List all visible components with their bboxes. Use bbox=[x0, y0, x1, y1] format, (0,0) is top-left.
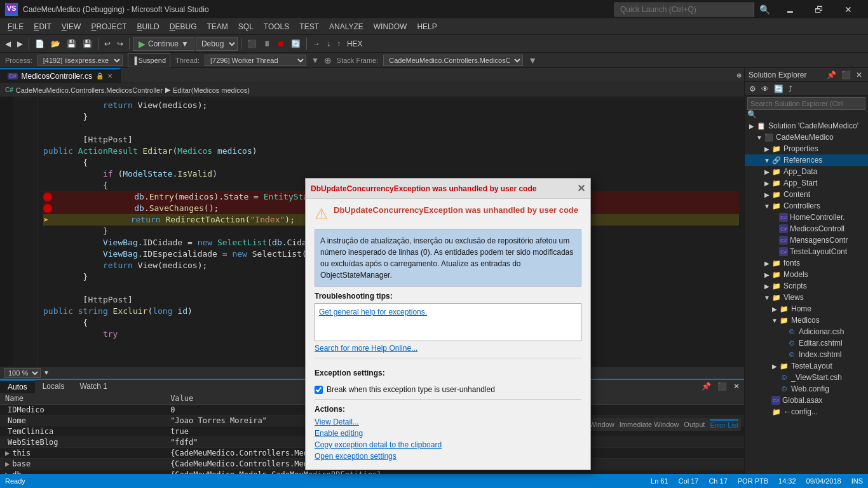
se-tree-item[interactable]: ▶📁Content bbox=[745, 189, 868, 200]
view-detail-link[interactable]: View Detail... bbox=[315, 417, 581, 426]
se-tree-item[interactable]: ©_ViewStart.csh bbox=[745, 372, 868, 383]
menu-analyze[interactable]: ANALYZE bbox=[324, 20, 369, 33]
se-tree-item[interactable]: ©Index.cshtml bbox=[745, 349, 868, 360]
process-selector[interactable]: [4192] iisexpress.exe bbox=[37, 55, 123, 66]
continue-button[interactable]: ▶ Continue ▼ bbox=[133, 37, 194, 51]
se-tree-item[interactable]: ▼🔗References bbox=[745, 154, 868, 166]
se-tree-item[interactable]: C#MensagensContr bbox=[745, 234, 868, 246]
redo-button[interactable]: ↪ bbox=[114, 37, 126, 51]
step-out-button[interactable]: ↑ bbox=[334, 37, 343, 51]
tab-close-button[interactable]: ✕ bbox=[107, 72, 112, 79]
thread-selector[interactable]: [7296] Worker Thread bbox=[205, 55, 306, 66]
se-tree-item[interactable]: ▶📁Scripts bbox=[745, 280, 868, 292]
restart-button[interactable]: 🔄 bbox=[288, 37, 303, 51]
menu-team[interactable]: TEAM bbox=[201, 20, 233, 33]
stack-expand-icon: ▼ bbox=[528, 55, 537, 65]
step-over-button[interactable]: → bbox=[310, 37, 323, 51]
editor-tab-medicoscontroller[interactable]: C# MedicosController.cs 🔒 ✕ bbox=[0, 68, 121, 83]
stack-frame-selector[interactable]: CadeMeuMedico.Controllers.MedicosCor... bbox=[383, 55, 523, 66]
se-close-button[interactable]: ✕ bbox=[854, 70, 864, 80]
menu-sql[interactable]: SQL bbox=[233, 20, 259, 33]
se-tree-item[interactable]: ▼⬛CadeMeuMedico bbox=[745, 132, 868, 143]
menu-edit[interactable]: EDIT bbox=[29, 20, 56, 33]
se-tree-label: Global.asax bbox=[782, 396, 822, 405]
output-tab[interactable]: Output bbox=[684, 421, 705, 428]
exception-close-button[interactable]: ✕ bbox=[577, 182, 585, 194]
se-pin-button[interactable]: 📌 bbox=[825, 70, 838, 80]
stop-button[interactable]: ⏹ bbox=[275, 37, 287, 51]
se-tree-item[interactable]: ©Editar.cshtml bbox=[745, 337, 868, 349]
expand-icon[interactable]: ▶ bbox=[5, 459, 10, 468]
se-search-input[interactable] bbox=[747, 97, 865, 110]
search-icon[interactable]: 🔍 bbox=[759, 4, 770, 15]
se-tree-item[interactable]: ▼📁Views bbox=[745, 292, 868, 303]
pin-button[interactable]: 📌 bbox=[700, 381, 713, 391]
minimize-button[interactable]: 🗕 bbox=[775, 0, 804, 19]
se-collapse-btn[interactable]: ⤴ bbox=[787, 84, 794, 94]
se-tree-item[interactable]: ▶📁App_Data bbox=[745, 166, 868, 177]
menu-view[interactable]: VIEW bbox=[57, 20, 86, 33]
float-button[interactable]: ⬛ bbox=[715, 381, 729, 391]
forward-button[interactable]: ▶ bbox=[15, 37, 25, 51]
save-button[interactable]: 💾 bbox=[64, 37, 79, 51]
se-tree-item[interactable]: C#Global.asax bbox=[745, 395, 868, 406]
menu-window[interactable]: WINDOW bbox=[369, 20, 412, 33]
open-exception-settings-link[interactable]: Open exception settings bbox=[315, 452, 581, 461]
se-tree-item[interactable]: C#MedicosControll bbox=[745, 223, 868, 234]
quick-launch-input[interactable] bbox=[614, 3, 754, 17]
error-list-tab[interactable]: Error List bbox=[710, 419, 738, 429]
se-tree-item[interactable]: ©Adicionar.csh bbox=[745, 326, 868, 337]
back-button[interactable]: ◀ bbox=[3, 37, 13, 51]
se-tree-item[interactable]: ▶📁fonts bbox=[745, 257, 868, 269]
menu-build[interactable]: BUILD bbox=[132, 20, 164, 33]
search-more-help-link[interactable]: Search for more Help Online... bbox=[315, 344, 417, 353]
copy-exception-link[interactable]: Copy exception detail to the clipboard bbox=[315, 440, 581, 449]
se-tree-item[interactable]: ▶📁Properties bbox=[745, 143, 868, 154]
se-tree-item[interactable]: ▼📁Controllers bbox=[745, 200, 868, 212]
menu-help[interactable]: HELP bbox=[412, 20, 442, 33]
menu-project[interactable]: PROJECT bbox=[86, 20, 132, 33]
tab-locals[interactable]: Locals bbox=[35, 379, 72, 393]
se-tree-item[interactable]: ▼📁Medicos bbox=[745, 315, 868, 326]
se-float-button[interactable]: ⬛ bbox=[839, 70, 853, 80]
menu-file[interactable]: FILE bbox=[3, 20, 29, 33]
se-tree-item[interactable]: ▶📁Models bbox=[745, 269, 868, 280]
tab-watch1[interactable]: Watch 1 bbox=[72, 379, 115, 393]
menu-test[interactable]: TEST bbox=[294, 20, 324, 33]
break-when-checkbox[interactable] bbox=[315, 386, 323, 394]
breakpoint-icon bbox=[43, 193, 52, 201]
tab-autos[interactable]: Autos bbox=[0, 379, 35, 393]
se-tree-item[interactable]: ▶📋Solution 'CadeMeuMedico' bbox=[745, 120, 868, 132]
suspend-button[interactable]: ▐ Suspend bbox=[128, 53, 170, 67]
se-refresh-btn[interactable]: 🔄 bbox=[772, 84, 785, 94]
open-button[interactable]: 📂 bbox=[48, 37, 63, 51]
se-tree-item[interactable]: ▶📁Home bbox=[745, 303, 868, 315]
enable-editing-link[interactable]: Enable editing bbox=[315, 429, 581, 438]
se-properties-btn[interactable]: ⚙ bbox=[747, 84, 758, 94]
se-tree-item[interactable]: ©Web.config bbox=[745, 383, 868, 395]
maximize-button[interactable]: 🗗 bbox=[804, 0, 834, 19]
undo-button[interactable]: ↩ bbox=[102, 37, 113, 51]
se-tree-item[interactable]: C#HomeController. bbox=[745, 212, 868, 223]
new-project-button[interactable]: 📄 bbox=[32, 37, 47, 51]
se-tree-item[interactable]: ▶📁App_Start bbox=[745, 177, 868, 189]
step-into-button[interactable]: ↓ bbox=[324, 37, 333, 51]
se-show-all-btn[interactable]: 👁 bbox=[759, 84, 771, 94]
immediate-window-tab[interactable]: Immediate Window bbox=[620, 421, 679, 428]
get-help-link[interactable]: Get general help for exceptions. bbox=[319, 308, 427, 316]
expand-icon[interactable]: ▶ bbox=[5, 449, 10, 458]
se-tree-item[interactable]: C#TesteLayoutCont bbox=[745, 246, 868, 257]
pause-button[interactable]: ⏸ bbox=[261, 37, 273, 51]
save-all-button[interactable]: 💾 bbox=[80, 37, 95, 51]
hex-button[interactable]: HEX bbox=[344, 37, 365, 51]
close-button[interactable]: ✕ bbox=[834, 0, 863, 19]
se-tree-item[interactable]: ▶📁TesteLayout bbox=[745, 360, 868, 372]
menu-tools[interactable]: TOOLS bbox=[259, 20, 294, 33]
close-panel-button[interactable]: ✕ bbox=[731, 381, 742, 391]
debug-target-selector[interactable]: Debug bbox=[196, 37, 238, 51]
zoom-selector[interactable]: 100 % bbox=[4, 368, 41, 378]
menu-debug[interactable]: DEBUG bbox=[165, 20, 202, 33]
new-tab-button[interactable]: ⊕ bbox=[734, 69, 744, 83]
se-tree-item[interactable]: 📁←config... bbox=[745, 406, 868, 417]
attach-button[interactable]: ⬛ bbox=[245, 37, 259, 51]
